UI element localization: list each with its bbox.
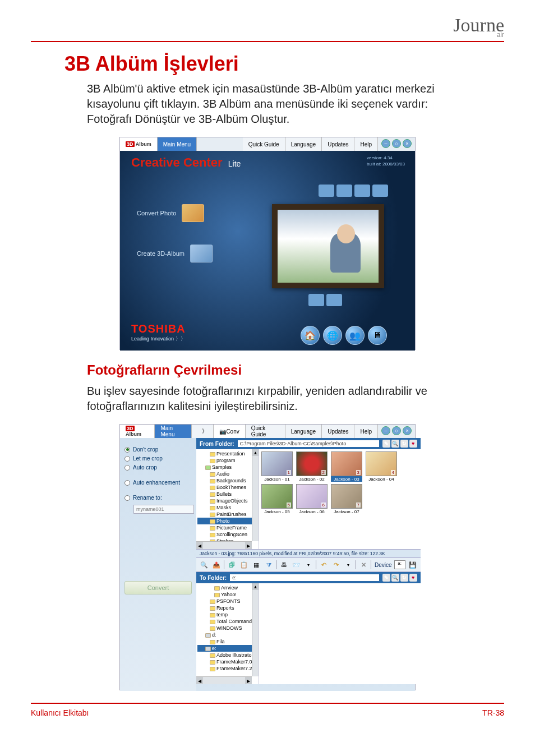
zoom-icon[interactable]: 🔍 (391, 440, 399, 448)
thumbnail[interactable]: 5Jackson - 05 (261, 484, 293, 514)
convert-toolbar: 🔍 📤 🗐 📋 ▦ ⧩ 🖶 📨 ▾ ↶ ↷ ▾ ✕ (196, 558, 421, 572)
rotate-left-icon[interactable]: 🔍 (199, 560, 209, 570)
frame-preview-thumbs-top (319, 185, 388, 197)
device-label: Device (375, 562, 392, 568)
select-all-icon[interactable]: ▦ (251, 560, 261, 570)
tree-item: Yahoo! (197, 591, 257, 598)
globe-icon[interactable]: 🌐 (323, 326, 342, 345)
thumbnail[interactable]: 7Jackson - 07 (331, 484, 362, 514)
page-header: Journe air (31, 17, 504, 42)
page-title: 3B Albüm İşlevleri (64, 52, 504, 76)
tab-language[interactable]: Language (285, 137, 322, 151)
create-3d-album-icon (190, 245, 213, 262)
zoom-icon[interactable]: 🔍 (391, 574, 399, 582)
tab-main-menu[interactable]: Main Menu (158, 137, 197, 151)
thumbnail[interactable]: 2Jackson - 02 (296, 451, 328, 482)
intro-paragraph: 3B Albüm'ü aktive etmek için masaüstünde… (87, 81, 471, 127)
maximize-icon-2[interactable]: ○ (392, 426, 401, 435)
close-icon[interactable]: × (403, 139, 412, 148)
create-3d-album-button[interactable]: Create 3D-Album (137, 245, 213, 262)
app-tab-bar: 3D Album Main Menu Quick Guide Language … (120, 137, 415, 151)
undo-icon[interactable]: ↶ (319, 560, 329, 570)
delete-icon[interactable]: ✕ (358, 560, 368, 570)
thumbnail-selected[interactable]: 3Jackson - 03 (331, 451, 362, 482)
device-selector[interactable]: a: (394, 560, 405, 569)
tree-item: Arrview (197, 584, 257, 591)
home-icon[interactable]: 🏠 (301, 326, 320, 345)
refresh-icon[interactable]: ↻ (400, 574, 408, 582)
tree-item-selected: Photo (197, 518, 257, 524)
from-folder-path: C:\Program Files\3D-Album-CC\Samples\Pho… (238, 440, 379, 447)
tree-scrollbar-v[interactable]: ▲ (252, 449, 259, 541)
from-thumbnails: 1Jackson - 01 2Jackson - 02 3Jackson - 0… (259, 449, 421, 549)
rename-input[interactable] (133, 505, 194, 514)
tree-scrollbar-h[interactable]: ◀▶ (196, 676, 252, 684)
tree-item-selected: e: (197, 645, 257, 652)
close-icon-2[interactable]: × (403, 426, 412, 435)
device-icon[interactable]: 💾 (408, 560, 418, 570)
export-icon[interactable]: 📤 (211, 560, 222, 570)
tab-quick-guide[interactable]: Quick Guide (243, 137, 285, 151)
convert-button[interactable]: Convert (124, 581, 192, 594)
thumbnail[interactable]: 6Jackson - 06 (296, 484, 328, 514)
tree-item: Presentation (197, 450, 257, 457)
tree-item: Total Command (197, 618, 257, 625)
convert-photo-icon (182, 204, 204, 222)
tree-item: Masks (197, 504, 257, 511)
favorite-icon[interactable]: ♥ (409, 574, 417, 582)
frame-preview-thumbs-bottom (308, 294, 342, 306)
tree-scrollbar-h[interactable]: ◀▶ (196, 541, 252, 549)
tree-item: program (197, 457, 257, 464)
favorite-icon[interactable]: ♥ (409, 440, 417, 448)
refresh-icon[interactable]: ↻ (400, 440, 408, 448)
minimize-icon-2[interactable]: – (381, 426, 390, 435)
to-folder-label: To Folder: (200, 575, 227, 581)
redo-icon[interactable]: ↷ (331, 560, 341, 570)
tab-quick-guide-2[interactable]: Quick Guide (246, 425, 285, 438)
tree-item: BookThemes (197, 484, 257, 491)
filter-icon[interactable]: ⧩ (264, 560, 274, 570)
radio-icon (124, 465, 130, 471)
footer-left: Kullanıcı Elkitabı (31, 708, 89, 717)
from-folder-tree[interactable]: Presentation program Samples Audio Backg… (196, 449, 259, 549)
screen-icon[interactable]: 🖥 (368, 326, 387, 345)
thumbnail[interactable]: 1Jackson - 01 (261, 451, 293, 482)
to-folder-tree[interactable]: Arrview Yahoo! PSFONTS Reports temp Tota… (196, 583, 259, 684)
email-icon[interactable]: 📨 (291, 560, 301, 570)
paste-icon[interactable]: 📋 (239, 560, 249, 570)
dropdown-icon[interactable]: ▾ (343, 560, 353, 570)
tree-item: temp (197, 611, 257, 618)
tree-item: d: (197, 631, 257, 638)
breadcrumb-chevron-icon: 》 (192, 425, 214, 438)
app-logo-tab: 3D Album (120, 137, 158, 151)
tab-main-menu-2[interactable]: Main Menu (155, 425, 192, 438)
tree-item: FrameMaker7.2 (197, 665, 257, 672)
tree-item: Backgrounds (197, 477, 257, 484)
magic-wand-icon[interactable]: ✎ (382, 574, 390, 582)
maximize-icon[interactable]: ○ (392, 139, 401, 148)
tab-help[interactable]: Help (354, 137, 378, 151)
tab-updates[interactable]: Updates (322, 137, 354, 151)
thumbnail[interactable]: 4Jackson - 04 (366, 451, 397, 482)
page-footer: Kullanıcı Elkitabı TR-38 (31, 703, 504, 717)
tab-updates-2[interactable]: Updates (322, 425, 354, 438)
option-rename-to[interactable]: Rename to: (124, 495, 192, 501)
tree-scrollbar-v[interactable]: ▲ (252, 583, 259, 676)
option-let-me-crop[interactable]: Let me crop (124, 455, 192, 462)
radio-icon (124, 447, 130, 453)
option-dont-crop[interactable]: Don't crop (124, 446, 192, 453)
option-auto-crop[interactable]: Auto crop (124, 464, 192, 471)
breadcrumb-convert: 📷 Conv (214, 425, 245, 438)
option-auto-enhancement[interactable]: Auto enhancement (124, 480, 192, 486)
print-icon[interactable]: 🖶 (279, 560, 289, 570)
convert-photo-button[interactable]: Convert Photo (137, 204, 213, 222)
dropdown-icon[interactable]: ▾ (303, 560, 313, 570)
tree-item: PSFONTS (197, 598, 257, 605)
tab-language-2[interactable]: Language (285, 425, 322, 438)
tab-help-2[interactable]: Help (354, 425, 378, 438)
minimize-icon[interactable]: – (381, 139, 390, 148)
copy-icon[interactable]: 🗐 (227, 560, 237, 570)
radio-icon (124, 495, 130, 501)
users-icon[interactable]: 👥 (345, 326, 365, 345)
magic-wand-icon[interactable]: ✎ (382, 440, 390, 448)
